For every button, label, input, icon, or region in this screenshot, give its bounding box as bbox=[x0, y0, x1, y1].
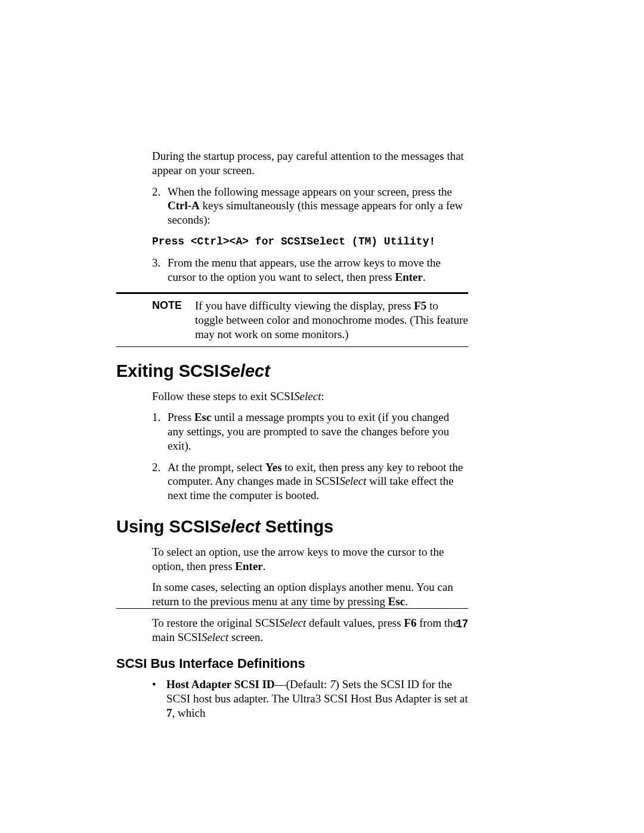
list-marker: 3. bbox=[152, 256, 168, 284]
list-marker: 2. bbox=[152, 460, 168, 503]
using-p2: In some cases, selecting an option displ… bbox=[152, 580, 468, 609]
definition-text: Host Adapter SCSI ID—(Default: 7) Sets t… bbox=[166, 677, 468, 720]
heading-using: Using SCSISelect Settings bbox=[116, 517, 468, 537]
note-rule-bottom bbox=[116, 346, 468, 347]
list-marker: 1. bbox=[152, 410, 168, 453]
key-ctrl-a: Ctrl-A bbox=[168, 199, 200, 212]
subheading-bus-defs: SCSI Bus Interface Definitions bbox=[116, 656, 468, 671]
key-enter: Enter bbox=[235, 560, 262, 572]
step-2: 2. When the following message appears on… bbox=[152, 185, 468, 227]
exit-step-1: 1. Press Esc until a message prompts you… bbox=[152, 410, 468, 453]
bullet-icon: • bbox=[152, 677, 166, 720]
note-rule-top bbox=[116, 292, 468, 294]
page-number: 17 bbox=[116, 618, 468, 630]
intro-paragraph: During the startup process, pay careful … bbox=[152, 149, 468, 178]
page-content: During the startup process, pay careful … bbox=[116, 149, 468, 723]
step-3: 3. From the menu that appears, use the a… bbox=[152, 256, 468, 284]
using-p1: To select an option, use the arrow keys … bbox=[152, 545, 468, 574]
exit-intro: Follow these steps to exit SCSISelect: bbox=[152, 389, 468, 404]
list-marker: 2. bbox=[152, 185, 168, 227]
definition-list: • Host Adapter SCSI ID—(Default: 7) Sets… bbox=[152, 677, 468, 720]
definition-item: • Host Adapter SCSI ID—(Default: 7) Sets… bbox=[152, 677, 468, 720]
step-text: Press Esc until a message prompts you to… bbox=[168, 410, 468, 453]
note-label: NOTE bbox=[152, 299, 195, 341]
note-text: If you have difficulty viewing the displ… bbox=[195, 299, 468, 341]
heading-exiting: Exiting SCSISelect bbox=[116, 361, 468, 381]
key-yes: Yes bbox=[265, 461, 281, 473]
step-text: When the following message appears on yo… bbox=[168, 185, 468, 227]
step-text: From the menu that appears, use the arro… bbox=[168, 256, 468, 284]
exit-step-2: 2. At the prompt, select Yes to exit, th… bbox=[152, 460, 468, 503]
code-message: Press <Ctrl><A> for SCSISelect (TM) Util… bbox=[152, 236, 468, 247]
footer-rule bbox=[116, 608, 468, 609]
key-enter: Enter bbox=[395, 271, 423, 283]
step-text: At the prompt, select Yes to exit, then … bbox=[168, 460, 468, 503]
exit-steps: 1. Press Esc until a message prompts you… bbox=[152, 410, 468, 503]
note-block: NOTE If you have difficulty viewing the … bbox=[152, 299, 468, 341]
key-esc: Esc bbox=[388, 595, 405, 608]
entry-steps: 2. When the following message appears on… bbox=[152, 185, 468, 227]
key-f5: F5 bbox=[414, 299, 426, 312]
entry-steps-cont: 3. From the menu that appears, use the a… bbox=[152, 256, 468, 284]
key-esc: Esc bbox=[194, 411, 212, 423]
